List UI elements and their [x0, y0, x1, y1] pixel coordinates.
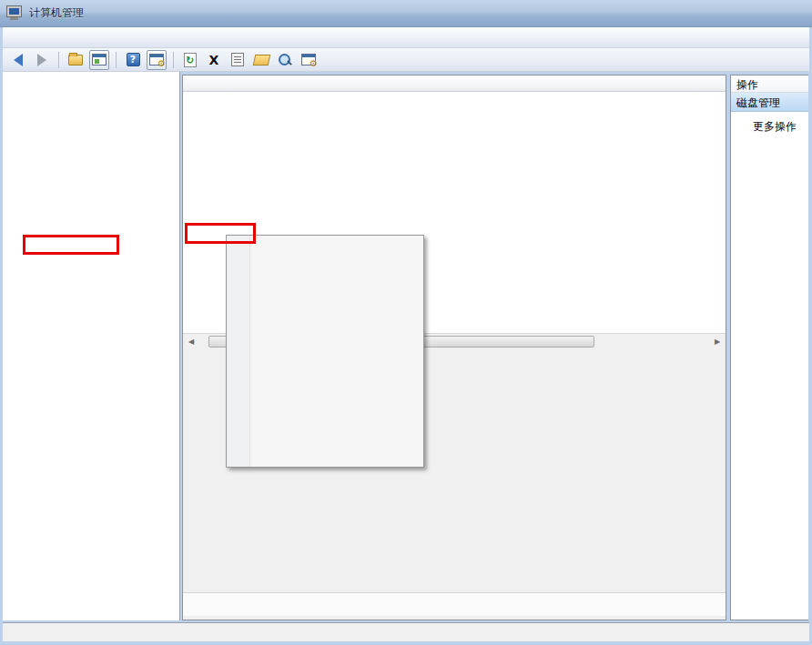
app-icon — [7, 6, 23, 20]
export-list-icon[interactable] — [66, 50, 86, 70]
properties-icon[interactable] — [228, 50, 248, 70]
search-icon[interactable] — [275, 50, 295, 70]
toolbar-separator — [58, 52, 59, 68]
help-icon[interactable]: ? — [123, 50, 143, 70]
toolbar-separator — [116, 52, 117, 68]
title-bar[interactable]: 计算机管理 — [0, 0, 812, 27]
more-actions-button[interactable]: 更多操作 — [731, 112, 808, 135]
open-folder-icon[interactable] — [251, 50, 271, 70]
delete-icon[interactable]: X — [204, 50, 224, 70]
toolbar-separator — [173, 52, 174, 68]
actions-pane-title: 操作 — [731, 76, 808, 93]
show-action-pane-icon[interactable] — [147, 50, 167, 70]
status-bar — [3, 622, 809, 641]
actions-pane: 操作 磁盘管理 更多操作 — [730, 75, 808, 620]
volume-list-header — [183, 76, 726, 92]
forward-icon[interactable] — [32, 50, 52, 70]
refresh-icon[interactable] — [180, 50, 200, 70]
legend-bar — [183, 592, 726, 616]
computer-management-window: 计算机管理 ? X ◀ ▶ — [0, 0, 812, 645]
toolbar: ? X — [3, 48, 809, 72]
scroll-left-icon[interactable]: ◀ — [185, 336, 198, 348]
context-menu — [226, 235, 424, 468]
show-console-tree-icon[interactable] — [89, 50, 109, 70]
actions-section-disk-management[interactable]: 磁盘管理 — [731, 93, 808, 112]
context-menu-gutter — [227, 236, 250, 467]
settings-icon[interactable] — [299, 50, 319, 70]
disk-1-row — [192, 467, 726, 567]
scroll-right-icon[interactable]: ▶ — [711, 336, 724, 348]
window-title: 计算机管理 — [29, 5, 84, 21]
menu-bar — [3, 27, 809, 48]
console-tree-pane — [3, 72, 180, 620]
back-icon[interactable] — [8, 50, 28, 70]
